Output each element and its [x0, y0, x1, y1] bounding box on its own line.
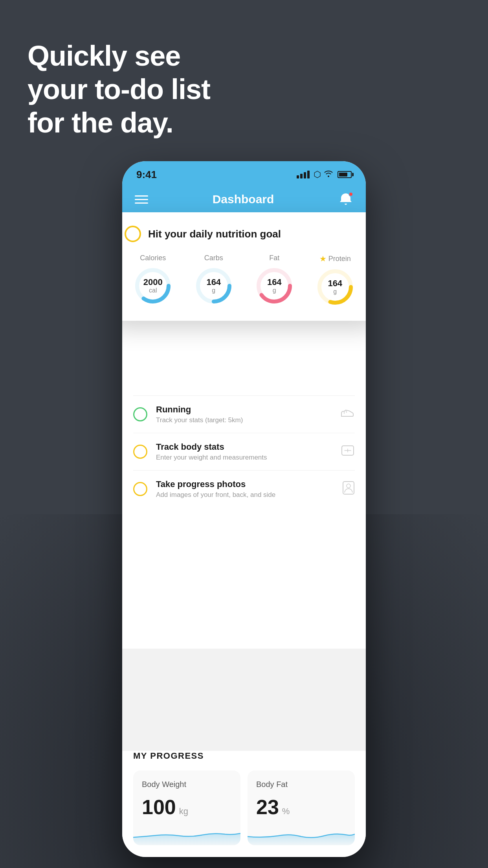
body-weight-sparkline [133, 822, 240, 845]
fat-value: 164 [267, 278, 282, 287]
battery-icon [338, 171, 352, 178]
protein-unit: g [328, 288, 342, 295]
body-weight-unit: kg [179, 806, 188, 817]
progress-section: MY PROGRESS Body Weight 100 kg [122, 751, 366, 857]
protein-label: ★ Protein [319, 254, 351, 263]
protein-value: 164 [328, 279, 342, 288]
macro-protein: ★ Protein 164 g [307, 254, 364, 307]
notification-bell-button[interactable] [338, 192, 353, 207]
headline: Quickly see your to-do list for the day. [28, 39, 210, 140]
phone-screen: 9:41 ⬡ [122, 161, 366, 857]
body-weight-card-title: Body Weight [142, 780, 232, 789]
calories-label: Calories [140, 254, 166, 262]
body-fat-card-title: Body Fat [256, 780, 346, 789]
body-fat-value-row: 23 % [256, 795, 346, 819]
signal-bars-icon [297, 171, 310, 178]
todo-item-body-stats[interactable]: Track body stats Enter your weight and m… [133, 433, 355, 470]
headline-line3: for the day. [28, 107, 173, 138]
fat-unit: g [267, 287, 282, 294]
photos-title: Take progress photos [156, 479, 334, 489]
todo-circle-running [133, 407, 147, 421]
card-header: Hit your daily nutrition goal [125, 226, 363, 242]
body-fat-card[interactable]: Body Fat 23 % [248, 771, 355, 845]
photos-subtitle: Add images of your front, back, and side [156, 491, 334, 499]
macros-row: Calories 2000 cal [125, 254, 363, 307]
headline-line1: Quickly see [28, 40, 180, 72]
wifi-icon: ⬡ [314, 169, 334, 180]
carbs-label: Carbs [204, 254, 223, 262]
status-icons: ⬡ [297, 169, 352, 180]
fat-label: Fat [269, 254, 279, 262]
scale-icon [341, 444, 355, 460]
headline-line2: your to-do list [28, 74, 210, 105]
phone-frame: 9:41 ⬡ [122, 161, 366, 857]
hamburger-menu-button[interactable] [135, 195, 148, 204]
body-weight-value-row: 100 kg [142, 795, 232, 819]
nutrition-goal-card: Hit your daily nutrition goal Calories [122, 212, 366, 321]
todo-text-body-stats: Track body stats Enter your weight and m… [156, 442, 332, 462]
nutrition-goal-title: Hit your daily nutrition goal [148, 228, 281, 240]
calories-donut: 2000 cal [133, 266, 172, 305]
macro-calories: Calories 2000 cal [125, 254, 182, 305]
shoe-icon [341, 408, 355, 421]
body-fat-value: 23 [256, 795, 279, 819]
calories-unit: cal [143, 287, 163, 294]
status-bar: 9:41 ⬡ [122, 161, 366, 185]
progress-section-title: MY PROGRESS [133, 751, 355, 761]
carbs-donut: 164 g [194, 266, 233, 305]
macro-carbs: Carbs 164 g [185, 254, 242, 305]
content-area: THINGS TO DO TODAY Hit your daily nutrit… [122, 216, 366, 649]
carbs-unit: g [206, 287, 221, 294]
fat-donut: 164 g [255, 266, 294, 305]
running-subtitle: Track your stats (target: 5km) [156, 416, 332, 424]
macro-fat: Fat 164 g [246, 254, 303, 305]
body-weight-value: 100 [142, 795, 176, 819]
body-weight-card[interactable]: Body Weight 100 kg [133, 771, 240, 845]
header-title: Dashboard [213, 193, 274, 206]
status-time: 9:41 [136, 169, 157, 181]
body-fat-sparkline [248, 822, 355, 845]
todo-text-running: Running Track your stats (target: 5km) [156, 405, 332, 424]
svg-point-10 [347, 484, 350, 488]
todo-circle-body-stats [133, 445, 147, 459]
todo-circle-nutrition [125, 226, 141, 242]
app-header: Dashboard [122, 185, 366, 216]
running-title: Running [156, 405, 332, 415]
notification-dot [349, 192, 353, 197]
protein-star-icon: ★ [319, 254, 327, 263]
carbs-value: 164 [206, 278, 221, 287]
body-fat-unit: % [282, 806, 290, 817]
calories-value: 2000 [143, 278, 163, 287]
todo-circle-photos [133, 482, 147, 496]
todo-item-photos[interactable]: Take progress photos Add images of your … [133, 470, 355, 508]
todo-text-photos: Take progress photos Add images of your … [156, 479, 334, 499]
protein-donut: 164 g [316, 267, 355, 307]
body-stats-subtitle: Enter your weight and measurements [156, 454, 332, 462]
person-icon [342, 481, 355, 498]
progress-cards-row: Body Weight 100 kg [133, 771, 355, 845]
body-stats-title: Track body stats [156, 442, 332, 452]
todo-item-running[interactable]: Running Track your stats (target: 5km) [133, 395, 355, 433]
